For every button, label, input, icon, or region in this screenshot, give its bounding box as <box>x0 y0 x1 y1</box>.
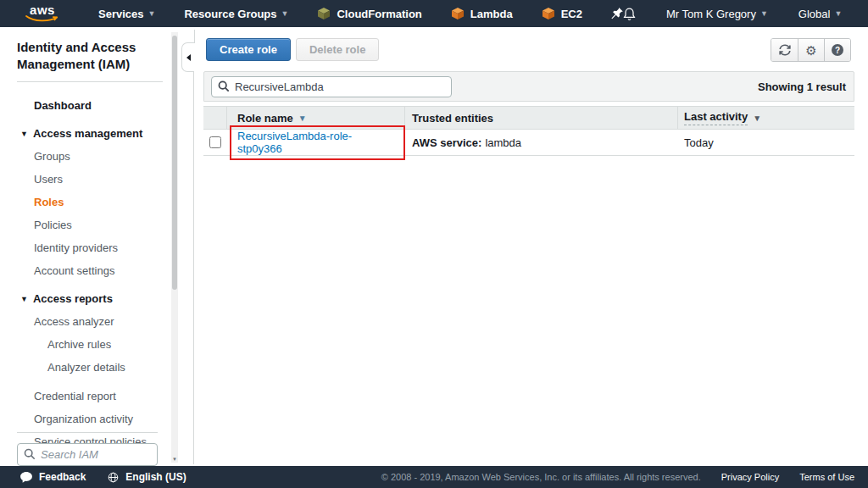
chevron-left-icon <box>186 54 191 61</box>
nav-shortcut-ec2[interactable]: EC2 <box>542 7 582 20</box>
sidebar-item-dashboard[interactable]: Dashboard <box>34 99 180 112</box>
nav-account-label: Mr Tom K Gregory <box>666 8 756 20</box>
sidebar-search <box>17 443 158 466</box>
roles-main-content: Create role Delete role ⚙ ? Showing 1 re… <box>203 27 868 466</box>
copyright-text: © 2008 - 2019, Amazon Web Services, Inc.… <box>381 472 701 482</box>
pin-services-button[interactable] <box>611 8 623 20</box>
nav-services-menu[interactable]: Services ▼ <box>98 8 155 20</box>
trusted-entity-value: lambda <box>485 136 521 149</box>
sidebar-scrollbar[interactable]: ▼ <box>171 32 178 463</box>
top-navigation-bar: aws Services ▼ Resource Groups ▼ CloudFo… <box>0 0 868 27</box>
header-role-name-label: Role name <box>237 112 293 125</box>
aws-smile-icon <box>25 15 59 23</box>
sidebar-search-input[interactable] <box>17 443 158 466</box>
chevron-down-icon: ▼ <box>760 9 768 18</box>
sidebar-item-analyzer-details[interactable]: Analyzer details <box>47 361 180 374</box>
help-button[interactable]: ? <box>824 39 850 61</box>
sidebar-scrollbar-thumb[interactable] <box>172 36 177 290</box>
search-icon <box>24 448 36 460</box>
nav-account-menu[interactable]: Mr Tom K Gregory ▼ <box>666 8 768 20</box>
roles-toolbar: Create role Delete role ⚙ ? <box>206 38 851 62</box>
roles-table: Role name ▼ Trusted entities Last activi… <box>203 106 854 156</box>
header-trusted-entities-label: Trusted entities <box>412 112 493 125</box>
nav-shortcut-lambda[interactable]: Lambda <box>451 7 513 20</box>
bell-icon <box>623 7 636 21</box>
sidebar-item-policies[interactable]: Policies <box>34 219 180 231</box>
chevron-down-icon: ▼ <box>834 9 842 18</box>
nav-resource-groups-menu[interactable]: Resource Groups ▼ <box>184 8 288 20</box>
result-count-text: Showing 1 result <box>758 80 846 93</box>
header-last-activity-label: Last activity <box>684 110 748 125</box>
sidebar-item-archive-rules[interactable]: Archive rules <box>47 338 180 351</box>
refresh-icon <box>779 44 791 56</box>
feedback-bubble-icon <box>20 472 32 483</box>
row-role-name-cell: RecursiveLambda-role-stp0y366 <box>227 130 405 155</box>
nav-shortcut-ec2-label: EC2 <box>561 8 582 20</box>
sidebar-item-organization-activity[interactable]: Organization activity <box>34 413 180 425</box>
chevron-down-icon: ▼ <box>20 130 28 138</box>
notifications-button[interactable] <box>623 7 636 21</box>
privacy-policy-link[interactable]: Privacy Policy <box>721 472 779 482</box>
roles-filter-search <box>211 76 452 97</box>
cloudformation-icon <box>317 7 331 20</box>
sort-caret-icon[interactable]: ▼ <box>298 114 307 123</box>
sidebar-item-identity-providers[interactable]: Identity providers <box>34 241 180 254</box>
feedback-label: Feedback <box>39 471 86 483</box>
header-last-activity[interactable]: Last activity ▼ <box>678 107 854 129</box>
sidebar-section-label: Access management <box>33 127 142 140</box>
trusted-entity-type: AWS service: <box>412 136 481 149</box>
delete-role-button[interactable]: Delete role <box>296 38 379 61</box>
annotation-highlight-box: RecursiveLambda-role-stp0y366 <box>230 125 405 160</box>
chevron-down-icon: ▼ <box>281 9 289 18</box>
row-checkbox[interactable] <box>209 136 221 148</box>
sidebar-item-access-analyzer[interactable]: Access analyzer <box>34 315 180 328</box>
language-selector[interactable]: English (US) <box>108 471 186 483</box>
row-trusted-entities-cell: AWS service: lambda <box>405 130 678 155</box>
sidebar-collapse-handle[interactable] <box>181 42 194 72</box>
nav-services-label: Services <box>98 8 144 20</box>
nav-region-menu[interactable]: Global ▼ <box>798 8 843 20</box>
sidebar-nav: Dashboard ▼ Access management Groups Use… <box>0 99 180 463</box>
sidebar-divider <box>17 81 163 82</box>
search-icon <box>218 80 230 92</box>
sidebar-item-groups[interactable]: Groups <box>34 150 180 163</box>
iam-sidebar: Identity and Access Management (IAM) Das… <box>0 27 180 466</box>
aws-logo[interactable]: aws <box>25 4 59 23</box>
table-row: RecursiveLambda-role-stp0y366 AWS servic… <box>203 130 854 156</box>
language-label: English (US) <box>125 471 186 483</box>
nav-region-label: Global <box>798 8 831 20</box>
roles-filter-strip: Showing 1 result <box>203 71 854 102</box>
gear-icon: ⚙ <box>805 44 816 57</box>
sidebar-item-credential-report[interactable]: Credential report <box>34 390 180 402</box>
aws-logo-text: aws <box>30 4 55 15</box>
settings-button[interactable]: ⚙ <box>798 39 824 61</box>
nav-shortcut-lambda-label: Lambda <box>470 8 513 20</box>
nav-resource-groups-label: Resource Groups <box>184 8 276 20</box>
nav-shortcut-cloudformation-label: CloudFormation <box>337 8 421 20</box>
create-role-button[interactable]: Create role <box>206 38 291 61</box>
sidebar-item-roles[interactable]: Roles <box>34 196 180 208</box>
sidebar-item-account-settings[interactable]: Account settings <box>34 264 180 277</box>
sidebar-title: Identity and Access Management (IAM) <box>0 27 180 72</box>
chevron-down-icon: ▼ <box>148 9 156 18</box>
nav-shortcut-cloudformation[interactable]: CloudFormation <box>317 7 421 20</box>
role-name-link[interactable]: RecursiveLambda-role-stp0y366 <box>237 130 352 155</box>
scrollbar-down-arrow-icon[interactable]: ▼ <box>171 457 178 462</box>
roles-filter-input[interactable] <box>211 76 452 97</box>
ec2-icon <box>542 7 555 20</box>
globe-icon <box>108 472 119 483</box>
row-last-activity-cell: Today <box>678 130 854 155</box>
last-activity-value: Today <box>684 136 714 149</box>
help-icon: ? <box>832 44 843 56</box>
sort-caret-icon[interactable]: ▼ <box>753 114 761 123</box>
sidebar-content-divider <box>193 71 194 464</box>
toolbar-icon-group: ⚙ ? <box>771 38 851 62</box>
sidebar-section-access-management[interactable]: ▼ Access management <box>20 127 180 140</box>
feedback-button[interactable]: Feedback <box>20 471 86 483</box>
header-checkbox-cell <box>203 107 227 129</box>
sidebar-search-divider <box>17 432 158 433</box>
terms-of-use-link[interactable]: Terms of Use <box>799 472 854 482</box>
sidebar-item-users[interactable]: Users <box>34 173 180 186</box>
refresh-button[interactable] <box>771 39 798 61</box>
sidebar-section-access-reports[interactable]: ▼ Access reports <box>20 292 180 305</box>
